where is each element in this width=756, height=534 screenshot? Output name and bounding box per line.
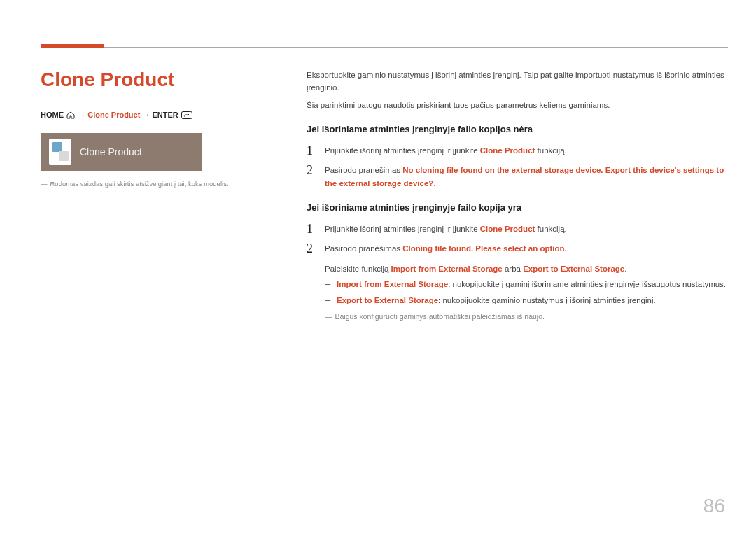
step-number: 2 (307, 242, 315, 255)
b2-period: . (567, 244, 569, 253)
b1a: Prijunkite išorinį atminties įrenginį ir… (325, 225, 480, 233)
right-column: Eksportuokite gaminio nustatymus į išori… (307, 69, 728, 323)
section-b-step-1: 1 Prijunkite išorinį atminties įrenginį … (307, 223, 728, 235)
a2-period: . (433, 179, 435, 188)
enter-icon (181, 111, 192, 120)
step-text: Pasirodo pranešimas Cloning file found. … (325, 242, 728, 255)
bc-home: HOME (41, 111, 64, 119)
runE: . (624, 265, 626, 273)
menu-preview-label: Clone Product (80, 146, 142, 157)
step-number: 2 (307, 164, 315, 176)
left-footnote-text: Rodomas vaizdas gali skirtis atsižvelgia… (50, 180, 229, 188)
be-b: : nukopijuokite gaminio nustatymus į išo… (438, 296, 656, 304)
bullet-import: ‒ Import from External Storage: nukopiju… (325, 278, 728, 290)
menu-preview: Clone Product (41, 133, 202, 171)
step-number: 1 (307, 144, 315, 157)
home-icon (66, 111, 75, 120)
a1b: Clone Product (480, 146, 536, 155)
run-line: Paleiskite funkciją Import from External… (325, 262, 728, 275)
bi-a: Import from External Storage (337, 280, 448, 288)
runD: Export to External Storage (523, 265, 624, 273)
section-a-step-2: 2 Pasirodo pranešimas No cloning file fo… (307, 164, 728, 190)
bi-b: : nukopijuokite į gaminį išoriniame atmi… (448, 280, 726, 288)
step-text: Pasirodo pranešimas No cloning file foun… (325, 164, 728, 190)
step-text: Prijunkite išorinį atminties įrenginį ir… (325, 144, 728, 157)
intro-p1: Eksportuokite gaminio nustatymus į išori… (307, 69, 728, 94)
section-a-step-1: 1 Prijunkite išorinį atminties įrenginį … (307, 144, 728, 157)
breadcrumb: HOME → Clone Product → ENTER (41, 111, 279, 120)
section-a-heading: Jei išoriniame atminties įrenginyje fail… (307, 122, 728, 137)
end-note: ―Baigus konfigūruoti gaminys automatiška… (325, 311, 728, 323)
bc-arrow-2: → (142, 111, 150, 119)
b1b: Clone Product (480, 225, 536, 233)
b2b: Cloning file found. Please select an opt… (402, 244, 567, 253)
b2a: Pasirodo pranešimas (325, 244, 402, 253)
a1c: funkciją. (535, 146, 566, 155)
page-number: 86 (704, 495, 725, 517)
a1a: Prijunkite išorinį atminties įrenginį ir… (325, 146, 480, 155)
step-number: 1 (307, 223, 315, 235)
endnote-dash: ― (325, 312, 332, 321)
intro-p2: Šia parinktimi patogu naudotis priskiria… (307, 99, 728, 111)
clone-product-icon (49, 139, 71, 165)
bc-enter: ENTER (152, 111, 178, 119)
page-body: Clone Product HOME → Clone Product → ENT… (0, 0, 756, 323)
b1c: funkciją. (535, 225, 566, 233)
be-a: Export to External Storage (337, 296, 438, 304)
step-text: Prijunkite išorinį atminties įrenginį ir… (325, 223, 728, 235)
left-footnote: ―Rodomas vaizdas gali skirtis atsižvelgi… (41, 180, 279, 188)
footnote-dash: ― (41, 180, 48, 188)
left-column: Clone Product HOME → Clone Product → ENT… (41, 69, 279, 323)
endnote-text: Baigus konfigūruoti gaminys automatiškai… (335, 312, 545, 321)
bc-arrow-1: → (78, 111, 85, 119)
bullet-text: Export to External Storage: nukopijuokit… (337, 294, 656, 307)
runB: Import from External Storage (391, 265, 503, 273)
bullet-text: Import from External Storage: nukopijuok… (337, 278, 726, 290)
section-b-heading: Jei išoriniame atminties įrenginyje fail… (307, 201, 728, 216)
page-title: Clone Product (41, 69, 279, 91)
runA: Paleiskite funkciją (325, 265, 391, 273)
bullet-export: ‒ Export to External Storage: nukopijuok… (325, 294, 728, 307)
bullet-dash: ‒ (325, 278, 331, 290)
section-b-step-2: 2 Pasirodo pranešimas Cloning file found… (307, 242, 728, 255)
bc-clone: Clone Product (88, 111, 140, 119)
bullet-dash: ‒ (325, 294, 331, 307)
runC: arba (503, 265, 523, 273)
a2a: Pasirodo pranešimas (325, 166, 402, 174)
